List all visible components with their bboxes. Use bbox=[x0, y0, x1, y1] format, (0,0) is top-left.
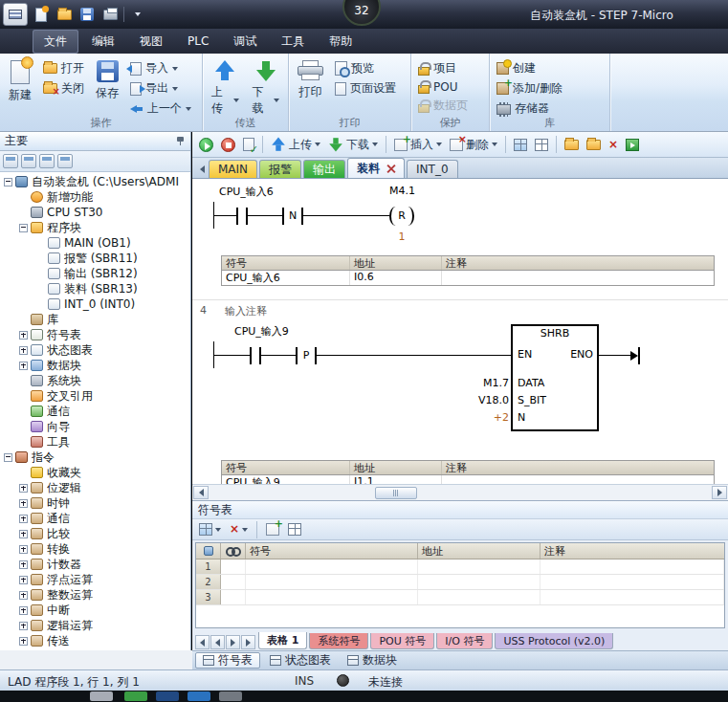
symbol-cell[interactable] bbox=[246, 559, 418, 574]
library-add-remove-button[interactable]: 添加/删除 bbox=[494, 79, 565, 98]
last-sheet-icon[interactable] bbox=[241, 635, 255, 649]
tree-item[interactable]: 浮点运算 bbox=[0, 572, 190, 587]
taskbar-app-icon[interactable] bbox=[219, 691, 242, 701]
symbol-table-row[interactable]: 2 bbox=[196, 575, 724, 590]
scrollbar-track[interactable] bbox=[209, 487, 712, 499]
app-icon[interactable] bbox=[3, 3, 28, 26]
delete-table-button[interactable]: × bbox=[227, 521, 251, 537]
insert-network-button[interactable]: 插入 bbox=[391, 135, 445, 155]
protect-data-page-button[interactable]: 数据页 bbox=[415, 97, 471, 115]
tree-expander-icon[interactable] bbox=[19, 606, 28, 615]
protect-project-button[interactable]: 项目 bbox=[415, 59, 471, 77]
pin-icon[interactable] bbox=[175, 136, 186, 146]
refresh-icon[interactable] bbox=[57, 154, 73, 168]
tree-item[interactable]: 转换 bbox=[0, 541, 190, 557]
sheet-tab-uss-protocol[interactable]: USS Protocol (v2.0) bbox=[495, 633, 613, 649]
symbol-info-table-toggle[interactable] bbox=[511, 137, 530, 153]
upload-button[interactable]: 上传 bbox=[207, 57, 244, 120]
tree-item[interactable]: 逻辑运算 bbox=[0, 618, 190, 633]
menu-item[interactable]: 编辑 bbox=[80, 30, 126, 54]
ladder-edge-contact[interactable]: N bbox=[282, 208, 303, 225]
comment-cell[interactable] bbox=[540, 575, 724, 589]
ladder-edge-contact[interactable]: P bbox=[296, 347, 317, 364]
menu-item[interactable]: PLC bbox=[176, 31, 220, 52]
tree-expander-icon[interactable] bbox=[19, 637, 28, 646]
tree-item[interactable]: 自动装盒机 (C:\Users\ADMI bbox=[0, 174, 190, 189]
tree-expander-icon[interactable] bbox=[36, 270, 45, 278]
tree-expander-icon[interactable] bbox=[19, 545, 28, 554]
reset-coil[interactable]: R bbox=[389, 207, 414, 226]
preview-button[interactable]: 预览 bbox=[332, 59, 399, 77]
tree-item[interactable]: 装料 (SBR13) bbox=[0, 281, 190, 296]
ladder-contact[interactable] bbox=[250, 347, 261, 364]
print-icon[interactable] bbox=[100, 5, 120, 24]
view-tab-symbol-table[interactable]: 符号表 bbox=[195, 652, 260, 669]
operand-n[interactable]: +2 bbox=[490, 411, 509, 424]
tree-item[interactable]: 比较 bbox=[0, 526, 190, 541]
indicator-cell[interactable] bbox=[221, 559, 246, 574]
view-tab-status-chart[interactable]: 状态图表 bbox=[263, 652, 338, 669]
run-button[interactable] bbox=[196, 136, 216, 154]
tree-item[interactable]: 通信 bbox=[0, 404, 190, 419]
symbol-table-grid[interactable]: 符号 地址 注释 1 2 bbox=[195, 542, 725, 628]
scrollbar-thumb[interactable] bbox=[375, 487, 417, 499]
protect-pou-button[interactable]: POU bbox=[415, 79, 471, 95]
scroll-left-icon[interactable] bbox=[193, 486, 209, 499]
menu-item[interactable]: 调试 bbox=[222, 30, 268, 54]
tree-expander-icon[interactable] bbox=[19, 484, 28, 493]
import-button[interactable]: 导入 bbox=[127, 59, 194, 77]
symbol-table-row[interactable]: 1 bbox=[196, 559, 724, 575]
tree-item[interactable]: 库 bbox=[0, 312, 190, 327]
tree-expander-icon[interactable] bbox=[36, 300, 45, 309]
operand-data[interactable]: M1.7 bbox=[480, 377, 509, 389]
sheet-tab-system-symbols[interactable]: 系统符号 bbox=[309, 633, 368, 649]
bookmark-button[interactable] bbox=[584, 138, 604, 152]
tree-item[interactable]: 中断 bbox=[0, 603, 190, 618]
tree-expander-icon[interactable] bbox=[19, 392, 28, 401]
tree-expander-icon[interactable] bbox=[19, 316, 28, 324]
tree-item[interactable]: 工具 bbox=[0, 434, 190, 450]
tree-item[interactable]: 状态图表 bbox=[0, 342, 190, 358]
symbol-cell[interactable] bbox=[246, 590, 418, 604]
operand-sbit[interactable]: V18.0 bbox=[473, 394, 509, 406]
symbolic-addressing-toggle[interactable] bbox=[532, 137, 551, 153]
tree-item[interactable]: 报警 (SBR11) bbox=[0, 251, 190, 266]
tree-expander-icon[interactable] bbox=[19, 224, 28, 232]
clear-bookmarks-button[interactable]: × bbox=[606, 137, 621, 153]
open-button[interactable]: 打开 bbox=[40, 59, 87, 77]
tab-scroll-left-icon[interactable] bbox=[195, 161, 209, 178]
sheet-tab-io-symbols[interactable]: I/O 符号 bbox=[436, 633, 493, 649]
address-cell[interactable] bbox=[418, 559, 540, 574]
ladder-editor-canvas[interactable]: CPU_输入6 M4.1 N R 1 符号 地址 注释 CPU_输入6 I0.6… bbox=[192, 179, 728, 484]
tree-expander-icon[interactable] bbox=[19, 515, 28, 523]
tree-item[interactable]: 收藏夹 bbox=[0, 465, 190, 480]
insert-row-button[interactable] bbox=[263, 521, 282, 537]
sort-button[interactable] bbox=[285, 521, 304, 537]
symbol-cell[interactable] bbox=[246, 575, 418, 589]
stop-button[interactable] bbox=[218, 136, 238, 154]
scroll-right-icon[interactable] bbox=[712, 486, 727, 499]
open-project-icon[interactable] bbox=[55, 5, 74, 24]
menu-item[interactable]: 工具 bbox=[270, 30, 316, 54]
tree-expander-icon[interactable] bbox=[19, 193, 28, 202]
download-button[interactable]: 下载 bbox=[248, 57, 285, 120]
save-button[interactable]: 保存 bbox=[91, 57, 123, 104]
tree-expander-icon[interactable] bbox=[19, 591, 28, 600]
close-tab-icon[interactable] bbox=[386, 165, 395, 173]
download-toolbar-button[interactable]: 下载 bbox=[325, 135, 381, 155]
tab-int0[interactable]: INT_0 bbox=[407, 160, 457, 178]
tree-expander-icon[interactable] bbox=[4, 453, 12, 462]
address-cell[interactable] bbox=[418, 590, 540, 604]
tree-expander-icon[interactable] bbox=[19, 499, 28, 508]
open-folder-button[interactable] bbox=[562, 138, 582, 152]
tab-output[interactable]: 输出 bbox=[303, 160, 345, 178]
menu-item[interactable]: 文件 bbox=[33, 30, 78, 54]
export-button[interactable]: 导出 bbox=[127, 79, 194, 98]
indicator-cell[interactable] bbox=[221, 590, 246, 604]
tab-main[interactable]: MAIN bbox=[209, 160, 257, 178]
tree-expander-icon[interactable] bbox=[19, 560, 28, 569]
tree-item[interactable]: 指令 bbox=[0, 450, 190, 465]
taskbar-app-icon[interactable] bbox=[188, 691, 210, 701]
taskbar-app-icon[interactable] bbox=[90, 691, 113, 701]
tree-expander-icon[interactable] bbox=[19, 423, 28, 431]
